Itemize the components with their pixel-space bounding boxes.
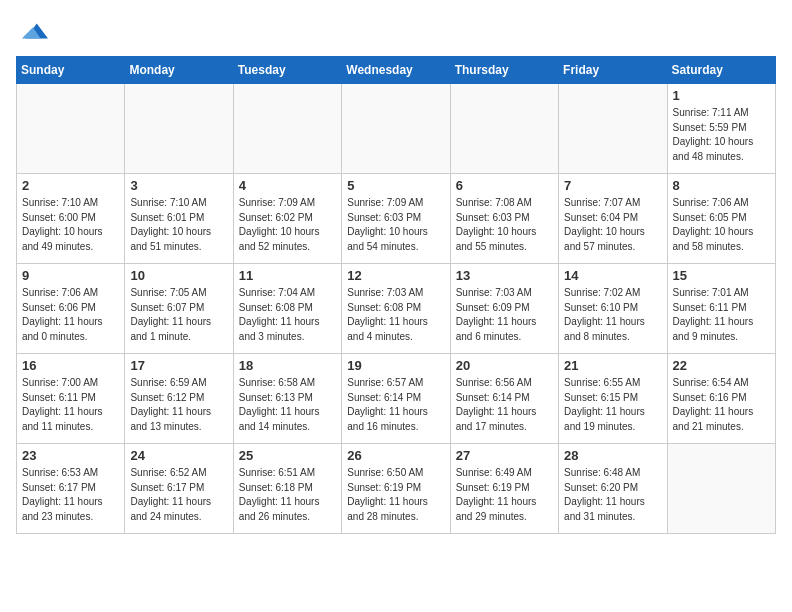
day-number: 23 bbox=[22, 448, 119, 463]
calendar-cell: 11Sunrise: 7:04 AM Sunset: 6:08 PM Dayli… bbox=[233, 264, 341, 354]
day-number: 17 bbox=[130, 358, 227, 373]
day-info: Sunrise: 7:10 AM Sunset: 6:01 PM Dayligh… bbox=[130, 196, 227, 254]
calendar-cell: 21Sunrise: 6:55 AM Sunset: 6:15 PM Dayli… bbox=[559, 354, 667, 444]
weekday-header-sunday: Sunday bbox=[17, 57, 125, 84]
day-number: 28 bbox=[564, 448, 661, 463]
calendar-cell: 7Sunrise: 7:07 AM Sunset: 6:04 PM Daylig… bbox=[559, 174, 667, 264]
weekday-header-tuesday: Tuesday bbox=[233, 57, 341, 84]
day-info: Sunrise: 6:56 AM Sunset: 6:14 PM Dayligh… bbox=[456, 376, 553, 434]
day-number: 25 bbox=[239, 448, 336, 463]
weekday-header-friday: Friday bbox=[559, 57, 667, 84]
day-number: 3 bbox=[130, 178, 227, 193]
calendar-cell: 26Sunrise: 6:50 AM Sunset: 6:19 PM Dayli… bbox=[342, 444, 450, 534]
week-row-1: 1Sunrise: 7:11 AM Sunset: 5:59 PM Daylig… bbox=[17, 84, 776, 174]
calendar-cell: 13Sunrise: 7:03 AM Sunset: 6:09 PM Dayli… bbox=[450, 264, 558, 354]
calendar-cell: 27Sunrise: 6:49 AM Sunset: 6:19 PM Dayli… bbox=[450, 444, 558, 534]
day-number: 4 bbox=[239, 178, 336, 193]
calendar-cell: 4Sunrise: 7:09 AM Sunset: 6:02 PM Daylig… bbox=[233, 174, 341, 264]
calendar-cell bbox=[450, 84, 558, 174]
day-number: 7 bbox=[564, 178, 661, 193]
logo bbox=[16, 16, 48, 46]
day-info: Sunrise: 6:55 AM Sunset: 6:15 PM Dayligh… bbox=[564, 376, 661, 434]
calendar-cell: 23Sunrise: 6:53 AM Sunset: 6:17 PM Dayli… bbox=[17, 444, 125, 534]
week-row-4: 16Sunrise: 7:00 AM Sunset: 6:11 PM Dayli… bbox=[17, 354, 776, 444]
day-number: 5 bbox=[347, 178, 444, 193]
day-number: 22 bbox=[673, 358, 770, 373]
logo-icon bbox=[18, 16, 48, 46]
calendar-cell: 18Sunrise: 6:58 AM Sunset: 6:13 PM Dayli… bbox=[233, 354, 341, 444]
calendar-cell bbox=[559, 84, 667, 174]
day-number: 11 bbox=[239, 268, 336, 283]
calendar-cell bbox=[125, 84, 233, 174]
calendar-cell: 1Sunrise: 7:11 AM Sunset: 5:59 PM Daylig… bbox=[667, 84, 775, 174]
day-number: 9 bbox=[22, 268, 119, 283]
weekday-header-row: SundayMondayTuesdayWednesdayThursdayFrid… bbox=[17, 57, 776, 84]
day-number: 6 bbox=[456, 178, 553, 193]
day-number: 16 bbox=[22, 358, 119, 373]
day-info: Sunrise: 6:51 AM Sunset: 6:18 PM Dayligh… bbox=[239, 466, 336, 524]
day-info: Sunrise: 7:10 AM Sunset: 6:00 PM Dayligh… bbox=[22, 196, 119, 254]
calendar-cell: 6Sunrise: 7:08 AM Sunset: 6:03 PM Daylig… bbox=[450, 174, 558, 264]
day-number: 19 bbox=[347, 358, 444, 373]
day-number: 24 bbox=[130, 448, 227, 463]
day-number: 13 bbox=[456, 268, 553, 283]
weekday-header-wednesday: Wednesday bbox=[342, 57, 450, 84]
calendar-cell: 16Sunrise: 7:00 AM Sunset: 6:11 PM Dayli… bbox=[17, 354, 125, 444]
calendar-cell bbox=[233, 84, 341, 174]
day-number: 12 bbox=[347, 268, 444, 283]
day-info: Sunrise: 7:08 AM Sunset: 6:03 PM Dayligh… bbox=[456, 196, 553, 254]
calendar-cell bbox=[342, 84, 450, 174]
calendar-cell: 5Sunrise: 7:09 AM Sunset: 6:03 PM Daylig… bbox=[342, 174, 450, 264]
calendar-cell: 9Sunrise: 7:06 AM Sunset: 6:06 PM Daylig… bbox=[17, 264, 125, 354]
calendar-cell bbox=[17, 84, 125, 174]
day-info: Sunrise: 7:04 AM Sunset: 6:08 PM Dayligh… bbox=[239, 286, 336, 344]
calendar-table: SundayMondayTuesdayWednesdayThursdayFrid… bbox=[16, 56, 776, 534]
day-number: 2 bbox=[22, 178, 119, 193]
day-number: 20 bbox=[456, 358, 553, 373]
calendar-cell: 22Sunrise: 6:54 AM Sunset: 6:16 PM Dayli… bbox=[667, 354, 775, 444]
day-number: 8 bbox=[673, 178, 770, 193]
calendar-cell bbox=[667, 444, 775, 534]
calendar-cell: 17Sunrise: 6:59 AM Sunset: 6:12 PM Dayli… bbox=[125, 354, 233, 444]
day-number: 10 bbox=[130, 268, 227, 283]
calendar-cell: 24Sunrise: 6:52 AM Sunset: 6:17 PM Dayli… bbox=[125, 444, 233, 534]
weekday-header-saturday: Saturday bbox=[667, 57, 775, 84]
day-info: Sunrise: 7:03 AM Sunset: 6:09 PM Dayligh… bbox=[456, 286, 553, 344]
day-number: 26 bbox=[347, 448, 444, 463]
week-row-2: 2Sunrise: 7:10 AM Sunset: 6:00 PM Daylig… bbox=[17, 174, 776, 264]
day-number: 15 bbox=[673, 268, 770, 283]
calendar-cell: 8Sunrise: 7:06 AM Sunset: 6:05 PM Daylig… bbox=[667, 174, 775, 264]
week-row-3: 9Sunrise: 7:06 AM Sunset: 6:06 PM Daylig… bbox=[17, 264, 776, 354]
day-info: Sunrise: 7:07 AM Sunset: 6:04 PM Dayligh… bbox=[564, 196, 661, 254]
day-info: Sunrise: 7:11 AM Sunset: 5:59 PM Dayligh… bbox=[673, 106, 770, 164]
weekday-header-monday: Monday bbox=[125, 57, 233, 84]
day-number: 1 bbox=[673, 88, 770, 103]
day-number: 14 bbox=[564, 268, 661, 283]
calendar-cell: 19Sunrise: 6:57 AM Sunset: 6:14 PM Dayli… bbox=[342, 354, 450, 444]
calendar-cell: 20Sunrise: 6:56 AM Sunset: 6:14 PM Dayli… bbox=[450, 354, 558, 444]
calendar-cell: 10Sunrise: 7:05 AM Sunset: 6:07 PM Dayli… bbox=[125, 264, 233, 354]
day-info: Sunrise: 7:05 AM Sunset: 6:07 PM Dayligh… bbox=[130, 286, 227, 344]
day-info: Sunrise: 7:03 AM Sunset: 6:08 PM Dayligh… bbox=[347, 286, 444, 344]
day-info: Sunrise: 7:09 AM Sunset: 6:03 PM Dayligh… bbox=[347, 196, 444, 254]
day-info: Sunrise: 6:53 AM Sunset: 6:17 PM Dayligh… bbox=[22, 466, 119, 524]
day-info: Sunrise: 6:48 AM Sunset: 6:20 PM Dayligh… bbox=[564, 466, 661, 524]
calendar-cell: 14Sunrise: 7:02 AM Sunset: 6:10 PM Dayli… bbox=[559, 264, 667, 354]
day-number: 21 bbox=[564, 358, 661, 373]
weekday-header-thursday: Thursday bbox=[450, 57, 558, 84]
day-info: Sunrise: 7:02 AM Sunset: 6:10 PM Dayligh… bbox=[564, 286, 661, 344]
day-info: Sunrise: 7:01 AM Sunset: 6:11 PM Dayligh… bbox=[673, 286, 770, 344]
week-row-5: 23Sunrise: 6:53 AM Sunset: 6:17 PM Dayli… bbox=[17, 444, 776, 534]
calendar-cell: 12Sunrise: 7:03 AM Sunset: 6:08 PM Dayli… bbox=[342, 264, 450, 354]
day-number: 27 bbox=[456, 448, 553, 463]
calendar-cell: 28Sunrise: 6:48 AM Sunset: 6:20 PM Dayli… bbox=[559, 444, 667, 534]
calendar-cell: 3Sunrise: 7:10 AM Sunset: 6:01 PM Daylig… bbox=[125, 174, 233, 264]
day-info: Sunrise: 7:00 AM Sunset: 6:11 PM Dayligh… bbox=[22, 376, 119, 434]
day-info: Sunrise: 6:59 AM Sunset: 6:12 PM Dayligh… bbox=[130, 376, 227, 434]
page-header bbox=[16, 16, 776, 46]
day-info: Sunrise: 7:09 AM Sunset: 6:02 PM Dayligh… bbox=[239, 196, 336, 254]
day-number: 18 bbox=[239, 358, 336, 373]
day-info: Sunrise: 6:52 AM Sunset: 6:17 PM Dayligh… bbox=[130, 466, 227, 524]
day-info: Sunrise: 6:50 AM Sunset: 6:19 PM Dayligh… bbox=[347, 466, 444, 524]
day-info: Sunrise: 6:58 AM Sunset: 6:13 PM Dayligh… bbox=[239, 376, 336, 434]
